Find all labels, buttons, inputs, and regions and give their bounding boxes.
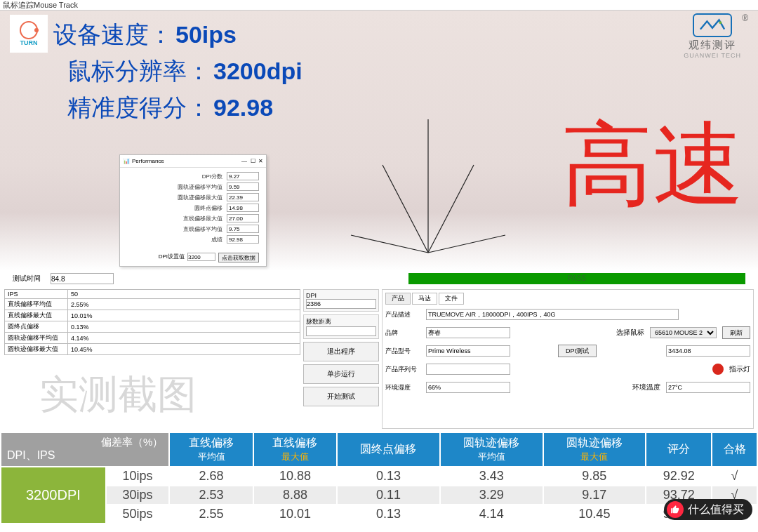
dpi-test-button[interactable]: DPI测试 [558,345,597,357]
smzdm-badge: 什么值得买 [664,499,752,520]
sens-input[interactable] [306,326,376,336]
table-cell: 2.68 [169,467,253,486]
svg-line-4 [428,165,474,253]
dpi-value: 3200dpi [213,58,302,85]
table-cell: 0.13 [337,467,440,486]
screenshot-watermark: 实测截图 [39,368,197,422]
indicator-icon [712,364,724,375]
control-area: IPS50 直线偏移平均值2.55%直线偏移最大值10.01%圆终点偏移0.13… [0,288,758,432]
turn-logo: TURN [10,15,48,53]
exit-button[interactable]: 退出程序 [303,342,379,361]
dpi-label-mid: DPI [306,292,376,299]
temp-input[interactable] [666,382,750,393]
product-desc[interactable] [426,309,679,320]
score-value: 92.98 [213,94,273,121]
corner-header: 偏差率（%） DPI、IPS [1,432,169,467]
table-cell: √ [712,467,757,486]
table-cell: 92.92 [646,467,712,486]
speed-value: 50ips [175,21,237,48]
table-cell: 3.29 [440,486,543,505]
score-label: 精准度得分： [67,92,211,124]
table-cell: 2.53 [169,486,253,505]
table-cell: 4.14 [440,505,543,524]
summary-table: 偏差率（%） DPI、IPS 直线偏移平均值直线偏移最大值圆终点偏移圆轨迹偏移平… [0,432,758,524]
refresh-button[interactable]: 刷新 [722,326,750,339]
start-button[interactable]: 开始测试 [303,387,379,406]
svg-line-2 [383,165,428,253]
hero-stats: 设备速度：50ips 鼠标分辨率：3200dpi 精准度得分：92.98 [53,19,302,128]
test-time-label: 测试时间 [13,274,41,284]
svg-point-0 [719,21,722,24]
performance-dialog[interactable]: 📊 Performance — ☐ ✕ DPI分数圆轨迹偏移平均值圆轨迹偏移最大… [119,154,267,267]
dpi-cell: 3200DPI [1,467,106,524]
test-time-input[interactable] [51,273,114,284]
serial-input[interactable] [426,364,510,375]
table-cell: 9.85 [543,467,646,486]
table-cell: 2.55 [169,505,253,524]
perf-fetch-button[interactable]: 点击获取数据 [218,253,259,262]
tab-product[interactable]: 产品 [385,293,411,305]
step-button[interactable]: 单步运行 [303,364,379,384]
brand-input[interactable] [426,327,510,338]
big-red-text: 高速 [561,104,744,227]
perf-title: 📊 Performance [123,158,164,164]
mid-strip: 测试时间 PASS [0,270,758,288]
table-cell: 9.17 [543,486,646,505]
ips-table: IPS50 直线偏移平均值2.55%直线偏移最大值10.01%圆终点偏移0.13… [4,289,300,355]
mid-controls: DPI 脉数距离 退出程序 单步运行 开始测试 [303,289,379,429]
svg-line-1 [351,235,428,253]
table-cell: 8.88 [253,486,337,505]
table-cell: 3.43 [440,467,543,486]
guanwei-logo: ® 观纬测评 GUANWEI TECH [684,13,741,59]
model-input[interactable] [426,345,510,357]
product-panel: 产品 马达 文件 产品描述 品牌 选择鼠标 65610 MOUSE 2 刷新 产… [382,289,754,429]
window-controls[interactable]: — ☐ ✕ [241,158,263,164]
tab-motor[interactable]: 马达 [412,293,437,305]
table-cell: 10.45 [543,505,646,524]
table-cell: 10.01 [253,505,337,524]
speed-label: 设备速度： [53,19,173,51]
dpi-input-mid[interactable] [306,299,376,309]
mouse-select[interactable]: 65610 MOUSE 2 [650,327,717,338]
svg-line-5 [428,235,505,253]
left-results: IPS50 直线偏移平均值2.55%直线偏移最大值10.01%圆终点偏移0.13… [4,289,300,429]
humidity-input[interactable] [426,382,510,393]
perf-dpi-input[interactable] [187,253,215,261]
sens-label: 脉数距离 [306,317,376,326]
right-num[interactable] [666,345,750,357]
fan-diagram [337,116,519,256]
window-title: 鼠标追踪Mouse Track [0,0,758,10]
table-cell: 0.13 [337,505,440,524]
dpi-label: 鼠标分辨率： [67,55,211,88]
table-cell: 10.88 [253,467,337,486]
hero-panel: TURN ® 观纬测评 GUANWEI TECH 设备速度：50ips 鼠标分辨… [0,10,758,270]
thumb-icon [667,501,684,518]
table-cell: 0.11 [337,486,440,505]
pass-bar: PASS [408,273,745,284]
tab-file[interactable]: 文件 [439,293,464,305]
